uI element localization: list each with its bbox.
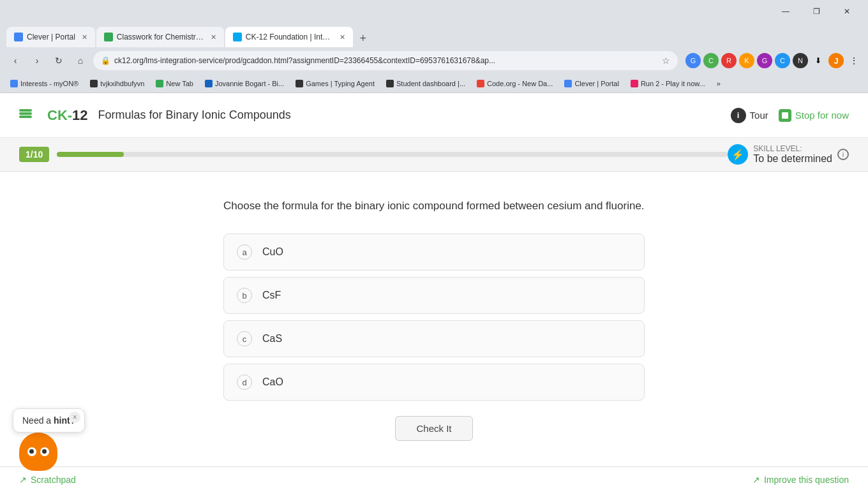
bookmark-codeorg[interactable]: Code.org - New Da... [473,78,557,89]
stop-label: Stop for now [795,110,849,121]
home-button[interactable]: ⌂ [71,52,89,70]
back-nav-button[interactable]: ‹ [6,52,24,70]
svg-rect-1 [19,109,32,112]
reload-button[interactable]: ↻ [50,52,68,70]
maximize-button[interactable]: ❐ [802,1,831,22]
tour-button[interactable]: i Tour [731,108,768,123]
mascot [13,433,64,484]
tab-favicon-classwork [104,33,113,41]
ck12-logo: CK‑12 [47,107,88,124]
tab-close-clever[interactable]: ✕ [82,33,87,41]
skill-icon: ⚡ [728,144,748,165]
clever-icon[interactable]: C [703,53,719,68]
bookmark-tvjk[interactable]: tvjkxihdbufyvn [86,78,148,89]
new-tab-button[interactable]: + [354,29,372,47]
ext-icon-1[interactable]: R [721,53,737,68]
option-text-b: CsF [262,290,281,301]
bookmark-myon[interactable]: Interests - myON® [6,78,82,89]
bookmark-jovannie[interactable]: Jovannie Bogart - Bi... [201,78,288,89]
bookmark-favicon-student [386,80,394,87]
forward-nav-button[interactable]: › [28,52,46,70]
ext-icon-5[interactable]: N [793,53,808,68]
tab-close-classwork[interactable]: ✕ [211,33,216,41]
bookmark-newtab[interactable]: New Tab [152,78,197,89]
option-a[interactable]: a CuO [223,234,645,271]
improve-button[interactable]: ↗ Improve this question [752,475,849,485]
check-it-button[interactable]: Check It [395,416,472,441]
bookmark-label-newtab: New Tab [166,80,193,87]
hint-bubble: × Need a hint? [13,408,85,433]
download-icon[interactable]: ⬇ [811,53,826,68]
bookmark-label-myon: Interests - myON® [20,80,79,87]
bookmark-typing[interactable]: Games | Typing Agent [292,78,378,89]
bookmarks-more[interactable]: » [713,78,724,89]
stop-icon [779,109,791,122]
bookmark-favicon-myon [10,80,18,87]
mascot-eye-right [40,447,49,456]
hint-pre-text: Need a [22,415,54,426]
option-letter-a: a [237,244,252,260]
option-b[interactable]: b CsF [223,277,645,314]
skill-level: ⚡ SKILL LEVEL: To be determined i [728,144,849,165]
bookmark-run2[interactable]: Run 2 - Play it now... [627,78,709,89]
bookmark-favicon-tvjk [90,80,98,87]
app-header: CK‑12 Formulas for Binary Ionic Compound… [0,93,868,138]
tab-label-ck12: CK-12 Foundation | Integration... [246,33,333,41]
bookmark-favicon-newtab [156,80,163,87]
bookmark-favicon-clever [564,80,572,87]
hint-close-button[interactable]: × [69,412,80,423]
svg-rect-0 [19,112,32,115]
address-text: ck12.org/lms-integration-service/prod/gc… [114,56,658,65]
ext-icon-3[interactable]: G [757,53,772,68]
tab-label-clever: Clever | Portal [27,33,75,41]
bookmark-label-run2: Run 2 - Play it now... [641,80,705,87]
bookmark-favicon-codeorg [477,80,484,87]
mascot-eyes [26,447,51,456]
bookmark-label-typing: Games | Typing Agent [306,80,375,87]
option-letter-c: c [237,331,252,346]
tour-icon: i [731,108,746,123]
menu-dots-icon[interactable]: ⋮ [846,53,862,68]
bookmark-favicon-typing [296,80,303,87]
google-icon[interactable]: G [685,53,701,68]
tour-label: Tour [750,110,768,121]
bookmark-clever[interactable]: Clever | Portal [560,78,623,89]
bookmark-label-codeorg: Code.org - New Da... [487,80,553,87]
option-text-a: CuO [262,246,283,258]
address-bar[interactable]: 🔒 ck12.org/lms-integration-service/prod/… [93,51,678,70]
bookmark-label-jovannie: Jovannie Bogart - Bi... [215,80,284,87]
option-text-d: CaO [262,376,283,388]
question-text: Choose the formula for the binary ionic … [223,197,645,214]
bookmark-label-clever: Clever | Portal [574,80,619,87]
ext-icon-2[interactable]: K [739,53,754,68]
question-area: Choose the formula for the binary ionic … [211,197,657,441]
mascot-pupil-left [29,449,34,454]
skill-info-icon[interactable]: i [837,149,849,160]
progress-badge: 1/10 [19,147,49,162]
ext-icon-4[interactable]: C [775,53,790,68]
tab-close-ck12[interactable]: ✕ [340,33,345,41]
option-d[interactable]: d CaO [223,364,645,401]
progress-bar-fill [57,152,124,157]
tab-clever[interactable]: Clever | Portal ✕ [6,27,95,47]
page-title: Formulas for Binary Ionic Compounds [98,108,291,122]
back-button[interactable] [19,107,37,124]
bookmark-favicon-run2 [631,80,638,87]
tab-ck12[interactable]: CK-12 Foundation | Integration... ✕ [225,27,353,47]
tab-favicon-clever [14,33,23,41]
bookmark-student[interactable]: Student dashboard |... [382,78,469,89]
tab-classwork[interactable]: Classwork for Chemistry B 202... ✕ [96,27,224,47]
close-button[interactable]: ✕ [832,1,862,22]
stop-button[interactable]: Stop for now [779,109,849,122]
bookmark-label-tvjk: tvjkxihdbufyvn [100,80,144,87]
minimize-button[interactable]: — [771,1,800,22]
option-c[interactable]: c CaS [223,320,645,357]
tab-label-classwork: Classwork for Chemistry B 202... [117,33,204,41]
profile-avatar[interactable]: J [828,53,844,68]
bookmark-star[interactable]: ☆ [662,56,670,66]
mascot-body [19,433,57,471]
mascot-pupil-right [42,449,47,454]
skill-label: SKILL LEVEL: [753,144,832,153]
svg-rect-2 [19,115,32,118]
option-letter-b: b [237,288,252,303]
